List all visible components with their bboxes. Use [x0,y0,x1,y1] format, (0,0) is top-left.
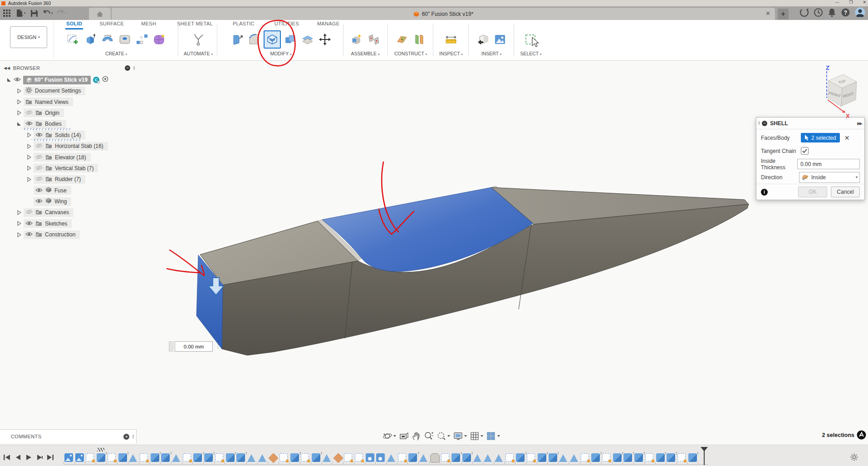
browser-item-origin[interactable]: Origin [0,108,137,118]
extensions-icon[interactable] [799,8,809,19]
group-label-inspect[interactable]: INSPECT [439,51,460,56]
timeline-item-extrude[interactable] [408,453,417,462]
expander-icon[interactable] [26,144,32,149]
expander-icon[interactable] [16,99,22,104]
move-copy-icon[interactable] [317,30,333,49]
visibility-eye-icon[interactable] [35,153,43,162]
timeline-item-hole[interactable] [376,453,385,462]
timeline-item-extrude[interactable] [634,453,643,462]
timeline-item-sketch[interactable] [505,453,514,461]
look-at-tool[interactable] [399,432,408,441]
tab-plastic[interactable]: PLASTIC [233,21,255,28]
app-launcher-grid-icon[interactable] [0,7,14,19]
timeline-playhead[interactable] [704,447,705,465]
press-pull-icon[interactable] [229,30,245,49]
browser-item-vertical-stab-7-[interactable]: Vertical Stab (7) [0,163,137,174]
new-component-icon[interactable] [349,30,364,49]
timeline-item-hole[interactable] [366,453,374,462]
restore-button[interactable]: ❐ [849,0,853,5]
expander-icon[interactable] [26,132,32,137]
group-label-create[interactable]: CREATE [105,51,124,56]
timeline-item-sketch[interactable] [183,453,191,461]
tangent-chain-checkbox[interactable] [801,147,809,155]
browser-item-horizontal-stab-16-[interactable]: Horizontal Stab (16) [0,141,137,152]
tab-mesh[interactable]: MESH [141,21,156,28]
visibility-eye-icon[interactable] [35,131,43,139]
timeline-item-extrude[interactable] [549,453,557,462]
shell-icon[interactable] [264,30,281,49]
timeline-item-sketch[interactable] [581,453,589,461]
insert-derive-icon[interactable] [475,30,490,49]
hole-icon[interactable] [117,30,132,49]
visibility-eye-icon[interactable] [35,186,43,195]
timeline-item-sketch[interactable] [602,453,610,461]
timeline-item-sketch[interactable] [280,453,288,461]
timeline-item-sketch[interactable] [215,453,223,461]
dimension-value-input[interactable] [175,341,213,352]
home-button[interactable] [89,8,111,20]
group-label-assemble[interactable]: ASSEMBLE [351,51,377,56]
timeline-item-extrude[interactable] [312,453,320,462]
tab-manage[interactable]: MANAGE [317,21,339,28]
timeline-item-mirror[interactable] [247,454,255,462]
dimension-drag-handle[interactable] [169,341,174,352]
timeline-item-extrude[interactable] [462,453,471,462]
visibility-eye-icon[interactable] [35,142,43,150]
group-label-automate[interactable]: AUTOMATE [184,51,210,56]
timeline-item-extrude[interactable] [118,453,127,462]
notifications-bell-icon[interactable] [828,8,836,19]
timeline-item-sketch[interactable] [301,453,309,461]
timeline-item-extrude[interactable] [613,453,622,462]
timeline-item-sketch[interactable] [645,453,653,461]
browser-item-fuse[interactable]: Fuse [0,185,137,196]
viewcube[interactable]: Z X TOP FRONT RIGHT [812,61,868,122]
timeline-item-sketch[interactable] [527,453,535,461]
visibility-eye-icon[interactable] [25,109,33,117]
timeline-item-extrude[interactable] [591,453,600,462]
visibility-eye-icon[interactable] [25,208,33,216]
expander-icon[interactable] [16,221,22,226]
cancel-button[interactable]: Cancel [831,186,860,197]
dimension-more-handle[interactable]: ⋮ [216,345,221,348]
orbit-tool[interactable] [383,432,396,441]
offset-face-icon[interactable] [300,30,315,49]
expander-icon[interactable] [26,166,32,171]
timeline-item-extrude[interactable] [451,453,460,462]
timeline-item-sketch[interactable] [441,453,449,461]
timeline-item-extrude[interactable] [193,453,202,462]
combine-icon[interactable] [283,30,298,49]
timeline-item-extrude[interactable] [538,453,546,462]
create-form-icon[interactable] [152,30,167,49]
pan-tool[interactable] [412,432,421,441]
browser-item-construction[interactable]: Construction [0,229,137,240]
tab-surface[interactable]: SURFACE [99,21,124,28]
expander-icon[interactable] [16,110,22,115]
visibility-eye-icon[interactable] [35,164,43,172]
grid-snap-tool[interactable] [470,432,483,441]
create-sketch-icon[interactable] [65,30,81,49]
browser-item-bodies[interactable]: Bodies [0,118,137,129]
timeline-item-mirror[interactable] [419,454,427,462]
timeline-item-extrude[interactable] [667,453,675,462]
expander-icon[interactable] [26,177,32,182]
timeline-item-mirror[interactable] [570,454,578,462]
fillet-icon[interactable] [246,30,262,49]
browser-item-elevator-18-[interactable]: Elevator (18) [0,152,137,162]
workspace-selector[interactable]: DESIGN▾ [10,26,47,48]
measure-icon[interactable] [443,30,459,49]
clear-selection-icon[interactable]: ✕ [844,134,850,142]
timeline-item-sketch[interactable] [677,453,686,461]
timeline-item-extrude[interactable] [516,453,525,462]
job-status-clock-icon[interactable] [814,8,823,19]
automate-icon[interactable] [191,30,206,49]
group-label-select[interactable]: SELECT [520,51,539,56]
timeline-item-sketch[interactable] [355,453,363,461]
expander-icon[interactable] [16,232,22,237]
close-tab-icon[interactable]: ✕ [765,10,770,17]
timeline-item-mirror[interactable] [559,454,567,462]
zoom-tool[interactable] [424,432,433,441]
timeline-item-sketch[interactable] [108,453,116,461]
browser-item-canvases[interactable]: Canvases [0,207,137,218]
extrude-icon[interactable] [83,30,98,49]
assistant-icon[interactable] [857,430,866,441]
